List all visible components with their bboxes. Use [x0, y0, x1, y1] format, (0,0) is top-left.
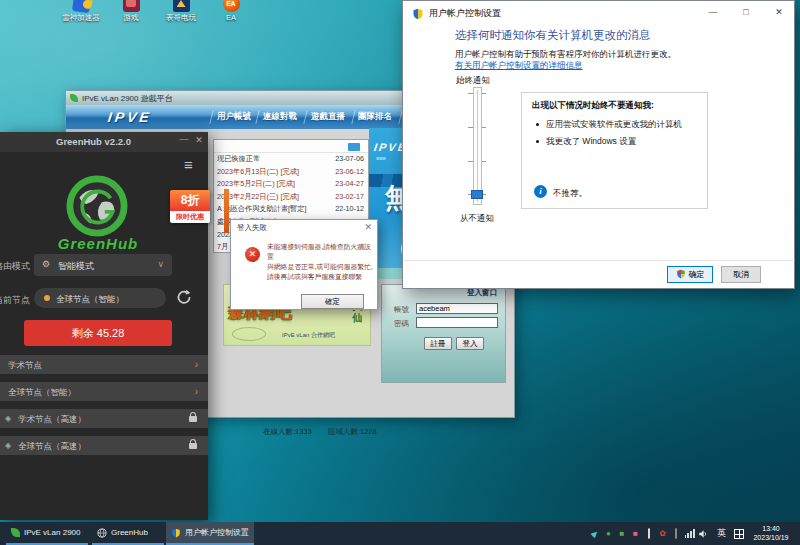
uac-settings-window: 用户帐户控制设置 — □ ✕ 选择何时通知你有关计算机更改的消息 用户帐户控制有…: [402, 0, 795, 289]
keyboard-icon[interactable]: [671, 529, 681, 539]
discount-caption: 限时优惠: [170, 211, 210, 223]
route-mode-label: 路由模式: [0, 260, 30, 273]
node-item-global-smart[interactable]: 全球节点（智能） ›: [0, 382, 208, 401]
phone-link-icon[interactable]: [644, 529, 654, 539]
slider-track[interactable]: [473, 87, 482, 205]
login-button[interactable]: 登入: [456, 337, 484, 350]
ok-button[interactable]: 確定: [301, 294, 364, 309]
minimize-icon[interactable]: —: [698, 1, 728, 23]
announcement-header: [214, 140, 368, 153]
password-input[interactable]: [416, 317, 498, 328]
desktop-icon-accelerator[interactable]: 雷神加速器: [58, 0, 104, 23]
banner-logo-sub: www: [376, 156, 386, 161]
desktop-icons: 雷神加速器 游戏 表哥电玩 EA EA: [58, 0, 254, 23]
current-node-pill[interactable]: 全球节点（智能）: [34, 288, 166, 308]
route-mode-value: 智能模式: [58, 260, 94, 273]
nav-separator: [351, 110, 355, 124]
lock-icon: [189, 443, 197, 449]
status-bar: 在線人數:1333 區域人數:1228: [263, 427, 391, 437]
uac-info-link[interactable]: 有关用户帐户控制设置的详细信息: [455, 60, 583, 72]
accelerator-app-icon: [71, 0, 90, 13]
close-icon[interactable]: ✕: [764, 1, 794, 23]
volume-icon[interactable]: [698, 529, 708, 539]
globe-icon: [97, 528, 107, 538]
uac-notify-slider: [468, 87, 486, 211]
list-scrollbar[interactable]: [224, 189, 229, 233]
gear-icon: ⚙: [42, 259, 50, 269]
announcement-row[interactable]: 现已恢復正常 23-07-06: [214, 153, 368, 166]
ea-app-icon: EA: [223, 0, 240, 12]
security-shield-icon: [676, 269, 686, 281]
taskbar-item-ipve[interactable]: IPvE vLan 2900 遊...: [6, 522, 88, 545]
divider: [404, 260, 793, 261]
register-button[interactable]: 註冊: [424, 337, 452, 350]
greenhub-window-title: GreenHub v2.2.0: [56, 136, 131, 147]
desktop-icon-games[interactable]: 游戏: [108, 0, 154, 23]
login-panel-title: 登入窗口: [467, 288, 497, 298]
clock[interactable]: 13:40 2023/10/19: [747, 525, 795, 542]
hidden-icons-arrow-icon[interactable]: ▶: [588, 526, 602, 540]
tv-games-app-icon: [173, 0, 190, 12]
nav-tab-account[interactable]: 用户帳號: [217, 111, 251, 123]
refresh-icon[interactable]: [176, 289, 192, 309]
login-panel: 登入窗口 帳號 密碼 註冊 登入: [381, 284, 506, 383]
node-item-global-fast[interactable]: ◈ 全球节点（高速）: [0, 436, 208, 455]
login-failed-dialog: 登入失敗 ✕ ✕ 未能連接到伺服器,請檢查防火牆設置 與網絡是否正常,或可能伺服…: [230, 219, 378, 310]
account-input[interactable]: [416, 303, 498, 314]
announcement-row[interactable]: A 地區合作與支助計畫[暫定] 22-10-12: [214, 203, 368, 216]
node-item-academic-fast[interactable]: ◈ 学术节点（高速）: [0, 409, 208, 428]
maximize-icon[interactable]: □: [731, 1, 761, 23]
nav-separator: [303, 110, 307, 124]
announcement-row[interactable]: 2023年6月13日(二) [完成] 23-06-12: [214, 166, 368, 179]
announcement-row[interactable]: 2023年5月2日(二) [完成] 23-04-27: [214, 178, 368, 191]
desktop-icon-tv-games[interactable]: 表哥电玩: [158, 0, 204, 23]
taskbar-item-greenhub[interactable]: GreenHub: [92, 522, 164, 545]
defender-icon[interactable]: ✿: [658, 529, 668, 539]
ipve-app-icon: [70, 94, 78, 102]
area-count: 區域人數:1228: [328, 427, 377, 436]
ipve-logo: IPVE: [107, 109, 153, 125]
announcement-row[interactable]: 2023年2月22日(三) [完成] 23-02-17: [214, 191, 368, 204]
ime-grid-icon[interactable]: [734, 529, 744, 539]
greenhub-tray-icon[interactable]: ●: [604, 529, 614, 539]
node-item-academic[interactable]: 学术节点 ›: [0, 355, 208, 374]
account-label: 帳號: [394, 305, 409, 315]
ime-indicator[interactable]: 英: [717, 522, 726, 545]
greenhub-logo: [66, 175, 128, 241]
uac-heading: 选择何时通知你有关计算机更改的消息: [455, 28, 651, 43]
desktop-icon-label: 表哥电玩: [158, 13, 204, 23]
nav-tab-live[interactable]: 遊戲直播: [311, 111, 345, 123]
greenhub-brand-text: GreenHub: [0, 235, 196, 252]
desktop-icon-ea[interactable]: EA EA: [208, 0, 254, 23]
cancel-button[interactable]: 取消: [721, 266, 761, 283]
hamburger-menu-icon[interactable]: ≡: [184, 156, 193, 173]
minimize-icon[interactable]: —: [178, 134, 190, 144]
node-status-dot: [44, 295, 50, 301]
remaining-balance-button[interactable]: 剩余 45.28: [24, 320, 172, 346]
info-icon: i: [534, 185, 547, 198]
greenhub-titlebar[interactable]: GreenHub v2.2.0 — ✕: [0, 132, 208, 152]
network-icon[interactable]: [685, 529, 695, 538]
green-app-tray-icon[interactable]: ■: [617, 529, 627, 539]
chevron-down-icon: ∨: [157, 259, 164, 269]
nav-tab-ranking[interactable]: 團隊排名: [358, 111, 392, 123]
music-app-tray-icon[interactable]: ■: [631, 529, 641, 539]
announcement-more-badge[interactable]: [348, 143, 360, 151]
nav-separator: [255, 110, 259, 124]
close-icon[interactable]: ✕: [364, 222, 372, 232]
ok-button[interactable]: 确定: [667, 266, 713, 283]
uac-shield-icon: [412, 6, 424, 24]
desktop-icon-label: EA: [208, 13, 254, 22]
error-icon: ✕: [245, 247, 260, 262]
discount-badge[interactable]: 8折 限时优惠: [170, 190, 210, 223]
slider-thumb[interactable]: [471, 190, 483, 199]
close-icon[interactable]: ✕: [193, 135, 205, 145]
uac-titlebar[interactable]: 用户帐户控制设置 — □ ✕: [403, 1, 794, 23]
nav-tab-battle[interactable]: 連線對戰: [263, 111, 297, 123]
error-message: 未能連接到伺服器,請檢查防火牆設置 與網絡是否正常,或可能伺服器繁忙, 請後再試…: [267, 242, 373, 282]
route-mode-dropdown[interactable]: ⚙ 智能模式 ∨: [34, 254, 172, 276]
info-bullet: 我更改了 Windows 设置: [546, 136, 636, 148]
current-node-label: 当前节点: [0, 294, 30, 307]
taskbar-item-uac[interactable]: 用户帐户控制设置: [166, 522, 254, 545]
not-recommended-text: 不推荐。: [553, 188, 587, 200]
